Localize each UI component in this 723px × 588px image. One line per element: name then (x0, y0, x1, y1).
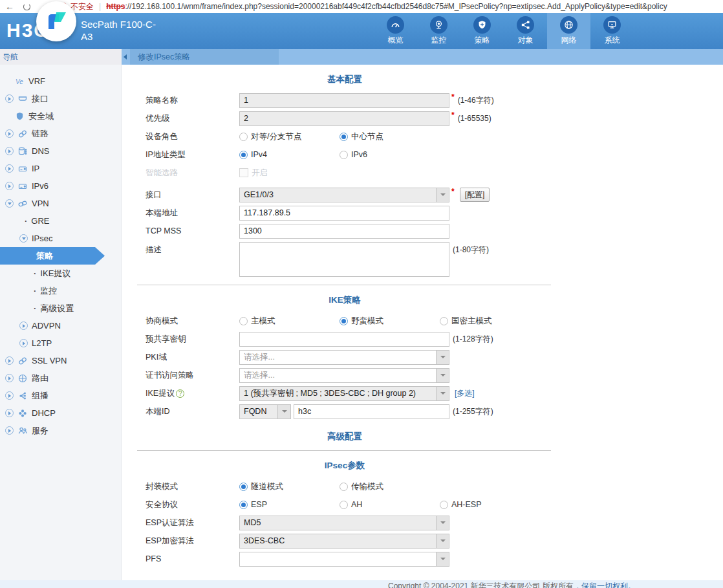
collapse-icon[interactable] (19, 234, 28, 243)
expand-icon[interactable] (5, 164, 14, 173)
sidebar-item-multicast[interactable]: 组播 (0, 387, 121, 404)
radio-ipv4[interactable] (239, 151, 248, 159)
sidebar-item-service[interactable]: 服务 (0, 422, 121, 439)
expand-icon[interactable] (5, 409, 14, 417)
local-address-input[interactable] (239, 206, 449, 221)
sidebar-item-gre[interactable]: GRE (0, 212, 121, 230)
sidebar-item-ipsec-monitor[interactable]: 监控 (0, 282, 121, 299)
sidebar-item-ipv6[interactable]: IPv6 (0, 177, 121, 195)
expand-icon[interactable] (19, 339, 28, 347)
local-id-type-select[interactable]: FQDN (239, 404, 291, 419)
radio-peer-branch-node[interactable] (239, 133, 248, 141)
multi-select-link[interactable]: [多选] (455, 388, 475, 399)
dropdown-arrow-icon[interactable] (436, 552, 449, 566)
expand-icon[interactable] (5, 356, 14, 365)
radio-ah[interactable] (340, 501, 348, 509)
cert-access-policy-select[interactable]: 请选择... (239, 368, 449, 383)
pfs-select[interactable] (239, 552, 449, 567)
esp-encryption-algorithm-select[interactable]: 3DES-CBC (239, 534, 449, 549)
not-secure-label[interactable]: 不安全 (70, 1, 94, 12)
selected-value: FQDN (240, 407, 277, 416)
sidebar-item-ssl-vpn[interactable]: SSL VPN (0, 352, 121, 369)
sidebar-item-ip[interactable]: IP (0, 160, 121, 177)
dropdown-arrow-icon[interactable] (436, 516, 449, 530)
tcp-mss-label: TCP MSS (137, 226, 239, 235)
sidebar-item-dhcp[interactable]: DHCP (0, 404, 121, 422)
sidebar-item-label: IKE提议 (40, 268, 70, 279)
tcp-mss-input[interactable] (239, 224, 449, 239)
ip-server-icon (17, 164, 28, 173)
nav-tab-monitor[interactable]: 监控 (417, 13, 460, 49)
policy-name-row: 策略名称 * (1-46字符) (137, 91, 723, 109)
dropdown-arrow-icon[interactable] (436, 369, 449, 382)
expand-icon[interactable] (19, 321, 28, 330)
smart-link-row: 智能选路 开启 (137, 164, 723, 182)
ike-proposal-select[interactable]: 1 (预共享密钥 ; MD5 ; 3DES-CBC ; DH group 2) (239, 386, 449, 401)
expand-icon[interactable] (5, 426, 14, 435)
radio-tunnel-mode[interactable] (239, 483, 248, 491)
nav-tab-network[interactable]: 网络 (547, 13, 590, 49)
dropdown-arrow-icon[interactable] (436, 351, 449, 364)
field-hint: (1-65535) (458, 114, 491, 123)
monitor-camera-icon (430, 16, 448, 34)
dropdown-arrow-icon[interactable] (436, 387, 449, 400)
ike-proposal-label: IKE提议? (137, 388, 239, 399)
browser-reload-icon[interactable] (23, 3, 30, 10)
section-title-advanced[interactable]: 高级配置 (137, 431, 552, 442)
radio-esp[interactable] (239, 501, 248, 509)
nav-tab-system[interactable]: 系统 (590, 13, 634, 49)
sidebar-item-vpn[interactable]: VPN (0, 195, 121, 212)
sidebar-item-link[interactable]: 链路 (0, 125, 121, 142)
help-icon[interactable]: ? (176, 389, 184, 398)
description-textarea[interactable] (239, 242, 449, 277)
expand-icon[interactable] (5, 391, 14, 400)
pfs-row: PFS (137, 550, 723, 568)
tab-collapse-arrow-icon[interactable] (124, 54, 127, 60)
svg-text:Ve: Ve (16, 78, 23, 85)
radio-aggressive-mode[interactable] (340, 317, 348, 325)
browser-back-icon[interactable]: ← (5, 1, 14, 12)
nav-tab-object[interactable]: 对象 (504, 13, 547, 49)
expand-icon[interactable] (5, 94, 14, 103)
radio-ipv6[interactable] (340, 151, 348, 159)
radio-gm-main-mode[interactable] (440, 317, 448, 325)
priority-input[interactable] (239, 111, 449, 126)
sidebar-item-interface[interactable]: 接口 (0, 90, 121, 107)
dropdown-arrow-icon[interactable] (436, 188, 449, 202)
pki-domain-select[interactable]: 请选择... (239, 350, 449, 365)
sidebar-item-l2tp[interactable]: L2TP (0, 334, 121, 352)
radio-main-mode[interactable] (239, 317, 248, 325)
tab-modify-ipsec-policy[interactable]: 修改IPsec策略 (130, 49, 279, 65)
sidebar-item-dns[interactable]: DNS (0, 142, 121, 160)
radio-center-node[interactable] (340, 133, 348, 141)
sidebar-item-advpn[interactable]: ADVPN (0, 317, 121, 334)
nav-tab-policy[interactable]: 策略 (460, 13, 504, 49)
expand-icon[interactable] (5, 129, 14, 138)
expand-icon[interactable] (5, 147, 14, 155)
policy-name-input[interactable] (239, 93, 449, 108)
esp-auth-algorithm-select[interactable]: MD5 (239, 516, 449, 530)
dropdown-arrow-icon[interactable] (436, 534, 449, 548)
sidebar-item-ike-proposal[interactable]: IKE提议 (0, 265, 121, 282)
configure-button[interactable]: [配置] (460, 188, 490, 202)
sidebar-item-security-zone[interactable]: 安全域 (0, 107, 121, 125)
sidebar-item-advanced-settings[interactable]: 高级设置 (0, 299, 121, 317)
radio-transport-mode[interactable] (340, 483, 348, 491)
todesk-floating-ball[interactable] (36, 1, 76, 41)
interface-select[interactable]: GE1/0/3 (239, 188, 449, 202)
dropdown-arrow-icon[interactable] (277, 405, 290, 419)
expand-icon[interactable] (5, 182, 14, 190)
required-asterisk: * (451, 186, 455, 196)
preshared-key-input[interactable] (239, 332, 449, 347)
local-id-input[interactable] (294, 404, 449, 419)
sidebar-item-ipsec-policy[interactable]: 策略 (0, 247, 105, 265)
object-share-icon (517, 16, 534, 34)
url-text[interactable]: ://192.168.100.1/wnm/frame/index.php?ses… (125, 2, 667, 11)
nav-tab-overview[interactable]: 概览 (374, 13, 417, 49)
sidebar-item-routing[interactable]: 路由 (0, 369, 121, 387)
radio-ah-esp[interactable] (440, 501, 448, 509)
collapse-icon[interactable] (5, 199, 14, 208)
sidebar-item-vrf[interactable]: Ve VRF (0, 72, 121, 90)
sidebar-item-ipsec[interactable]: IPsec (0, 230, 121, 247)
expand-icon[interactable] (5, 374, 14, 382)
